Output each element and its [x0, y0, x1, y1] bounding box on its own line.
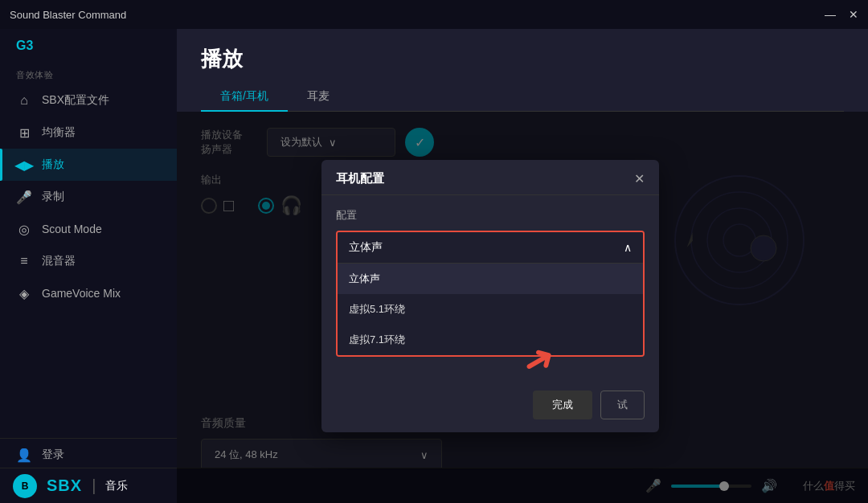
- sidebar-item-mixer[interactable]: ≡ 混音器: [0, 245, 177, 277]
- scout-icon: ◎: [16, 221, 32, 237]
- sbx-logo: SBX: [47, 476, 82, 495]
- sidebar-item-label-mixer: 混音器: [42, 254, 76, 268]
- mixer-icon: ≡: [16, 253, 32, 269]
- dialog-body: 配置 立体声 ∧ 立体声 虚拟5.1环绕 虚拟7.1环绕: [321, 195, 659, 382]
- sidebar-item-label-equalizer: 均衡器: [42, 125, 76, 140]
- config-dropdown-header[interactable]: 立体声 ∧: [338, 232, 643, 263]
- test-button[interactable]: 试: [600, 391, 645, 419]
- gamevoice-icon: ◈: [16, 285, 32, 301]
- bottom-divider: |: [92, 476, 96, 495]
- device-g3-label: G3: [0, 35, 177, 63]
- sidebar-item-label-sbx: SBX配置文件: [42, 93, 109, 108]
- dialog-config-label: 配置: [336, 208, 645, 223]
- config-dropdown-container: 立体声 ∧ 立体声 虚拟5.1环绕 虚拟7.1环绕: [336, 231, 645, 357]
- main-header: 播放 音箱/耳机 耳麦: [177, 29, 868, 112]
- dialog-title: 耳机配置: [336, 171, 384, 186]
- bottom-mode-label: 音乐: [105, 479, 128, 493]
- minimize-button[interactable]: —: [825, 8, 836, 21]
- sidebar-section-label: 音效体验: [0, 63, 177, 84]
- dialog-close-button[interactable]: ✕: [634, 171, 645, 186]
- playback-icon: ◀▶: [16, 157, 32, 173]
- sidebar-item-label-scout: Scout Mode: [42, 223, 102, 235]
- config-dropdown-value: 立体声: [349, 240, 383, 255]
- main-content: 播放 音箱/耳机 耳麦 播放设备扬声器 设为默认 ∨ ✓ 输出: [177, 29, 868, 503]
- main-body: 播放设备扬声器 设为默认 ∨ ✓ 输出 □: [177, 112, 868, 503]
- sidebar-item-gamevoice[interactable]: ◈ GameVoice Mix: [0, 277, 177, 309]
- config-dropdown-options: 立体声 虚拟5.1环绕 虚拟7.1环绕: [338, 263, 643, 355]
- sidebar-item-playback[interactable]: ◀▶ 播放: [0, 149, 177, 181]
- sidebar-item-login[interactable]: 👤 登录: [0, 439, 177, 471]
- equalizer-icon: ⊞: [16, 125, 32, 141]
- tab-mic[interactable]: 耳麦: [288, 83, 349, 112]
- titlebar: Sound Blaster Command — ✕: [0, 0, 868, 29]
- dialog-header: 耳机配置 ✕: [321, 160, 659, 195]
- close-button[interactable]: ✕: [849, 8, 858, 21]
- config-option-stereo[interactable]: 立体声: [338, 264, 643, 294]
- config-dropdown-chevron-icon: ∧: [624, 241, 632, 254]
- tab-bar: 音箱/耳机 耳麦: [201, 83, 844, 112]
- app-title: Sound Blaster Command: [10, 9, 126, 21]
- sidebar-item-label-gamevoice: GameVoice Mix: [42, 287, 121, 300]
- home-icon: ⌂: [16, 92, 32, 108]
- dialog-overlay[interactable]: 耳机配置 ✕ 配置 立体声 ∧ 立体声 虚拟5.1环绕: [177, 112, 868, 503]
- user-icon: 👤: [16, 447, 32, 463]
- mic-icon: 🎤: [16, 189, 32, 205]
- active-indicator: [0, 149, 2, 181]
- sidebar: G3 音效体验 ⌂ SBX配置文件 ⊞ 均衡器 ◀▶ 播放 🎤 录制 ◎ Sco…: [0, 29, 177, 503]
- done-button[interactable]: 完成: [533, 391, 592, 419]
- dialog-footer: 完成 试: [321, 382, 659, 432]
- config-option-virtual71[interactable]: 虚拟7.1环绕: [338, 325, 643, 355]
- config-option-virtual51[interactable]: 虚拟5.1环绕: [338, 294, 643, 325]
- sidebar-item-label-recording: 录制: [42, 190, 64, 204]
- sidebar-item-label-login: 登录: [42, 448, 64, 462]
- sidebar-item-scout[interactable]: ◎ Scout Mode: [0, 213, 177, 245]
- tab-speaker[interactable]: 音箱/耳机: [201, 83, 288, 112]
- app-body: G3 音效体验 ⌂ SBX配置文件 ⊞ 均衡器 ◀▶ 播放 🎤 录制 ◎ Sco…: [0, 29, 868, 503]
- device-icon: B: [13, 474, 37, 498]
- sidebar-item-label-playback: 播放: [42, 157, 64, 172]
- headphone-config-dialog: 耳机配置 ✕ 配置 立体声 ∧ 立体声 虚拟5.1环绕: [321, 160, 659, 432]
- sidebar-item-recording[interactable]: 🎤 录制: [0, 181, 177, 213]
- sidebar-item-sbx[interactable]: ⌂ SBX配置文件: [0, 84, 177, 117]
- sidebar-item-equalizer[interactable]: ⊞ 均衡器: [0, 117, 177, 149]
- window-controls: — ✕: [825, 8, 858, 21]
- page-title: 播放: [201, 45, 844, 73]
